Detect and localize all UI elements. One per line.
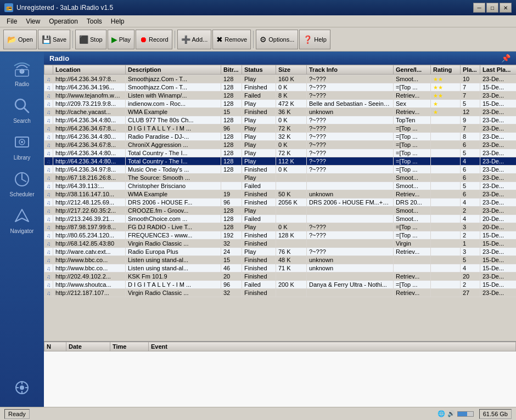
table-row[interactable]: ♫ http://67.18.216.26:8... The Source: S… (44, 174, 517, 182)
remove-button[interactable]: ✖ Remove (212, 30, 251, 49)
col-plays[interactable]: Pla... (461, 65, 480, 75)
table-row[interactable]: ♫ http://www.bbc.co... Listen using stan… (44, 264, 517, 273)
minimize-button[interactable]: ─ (473, 3, 485, 13)
menu-tools[interactable]: Tools (82, 16, 106, 26)
table-row[interactable]: ♫ http://68.142.85.43:80 Virgin Radio Cl… (44, 240, 517, 248)
maximize-button[interactable]: □ (486, 3, 498, 13)
row-description: Radio Europa Plus (126, 248, 221, 256)
table-row[interactable]: ♫ http://64.236.34.67:8... ChroniX Aggre… (44, 141, 517, 149)
col-trackinfo[interactable]: Track Info (307, 65, 394, 75)
row-track: ?~??? (307, 75, 394, 83)
row-bitrate: 20 (221, 273, 242, 281)
close-button[interactable]: ✕ (500, 3, 512, 13)
table-row[interactable]: ♫ http://217.22.60.35:2... CROOZE.fm - G… (44, 207, 517, 215)
col-location[interactable]: Location (53, 65, 126, 75)
music-note-icon: ♫ (47, 191, 51, 197)
table-row[interactable]: ♫ http://212.187.107... Virgin Radio Cla… (44, 289, 517, 297)
sidebar-item-radio[interactable]: Radio (2, 56, 42, 90)
sidebar-item-scheduler[interactable]: Scheduler (2, 166, 42, 201)
table-row[interactable]: ♫ http://cache.yacast... WMA Example 15 … (44, 108, 517, 116)
record-button[interactable]: ⏺ Record (136, 30, 172, 49)
save-button[interactable]: 💾 Save (38, 30, 70, 49)
table-row[interactable]: ♫ http://64.39.113:... Christopher Brisc… (44, 182, 517, 190)
row-track: Belle and Sebastian - Seeing ... (307, 100, 394, 108)
options-button[interactable]: ⚙ Options... (256, 30, 298, 49)
table-row[interactable]: ♫ http://212.48.125.69... DRS 2006 - HOU… (44, 198, 517, 207)
table-scroll-area[interactable]: ♫ http://64.236.34.97:8... Smoothjazz.Co… (44, 75, 516, 341)
table-row[interactable]: ♫ http://www.tejanofm.wav... Listen with… (44, 92, 517, 100)
row-lastplay: 23-De... (480, 174, 517, 182)
col-genre[interactable]: Genre/I... (394, 65, 431, 75)
row-description: DRS 2006 - HOUSE F... (126, 198, 221, 207)
col-size[interactable]: Size (276, 65, 307, 75)
table-row[interactable]: ♫ http://www.bbc.co... Listen using stan… (44, 256, 517, 264)
row-track: ?~??? (307, 157, 394, 166)
open-button[interactable]: 📂 Open (3, 30, 37, 49)
table-row[interactable]: ♫ http://ware.catv.ext... Radio Europa P… (44, 248, 517, 256)
svg-point-6 (21, 141, 23, 143)
row-icon: ♫ (44, 141, 53, 149)
row-lastplay: 23-De... (480, 133, 517, 141)
row-plays: 27 (461, 289, 480, 297)
col-bitrate[interactable]: Bitr... (221, 65, 242, 75)
row-lastplay: 15-De... (480, 240, 517, 248)
help-button[interactable]: ❓ Help (299, 30, 330, 49)
menu-help[interactable]: Help (106, 16, 129, 26)
row-icon: ♫ (44, 166, 53, 174)
panel-pin[interactable]: 📌 (501, 54, 511, 63)
menu-view[interactable]: View (21, 16, 44, 26)
row-icon: ♫ (44, 281, 53, 289)
table-row[interactable]: ♫ http://202.49.102.2... KSK Fm 101.9 20… (44, 273, 517, 281)
table-row[interactable]: ♫ http://38.116.147.10... WMA Example 19… (44, 190, 517, 198)
row-location: http://ware.catv.ext... (53, 248, 126, 256)
row-icon: ♫ (44, 108, 53, 116)
row-genre: Sex (394, 100, 431, 108)
table-row[interactable]: ♫ http://213.246.39.21... SmoothChoice.c… (44, 215, 517, 223)
row-location: http://64.236.34.4:80... (53, 133, 126, 141)
menu-file[interactable]: File (2, 16, 21, 26)
table-row[interactable]: ♫ http://80.65.234.120... FREQUENCE3 - w… (44, 231, 517, 240)
stop-button[interactable]: ⬛ Stop (75, 30, 106, 49)
sidebar-item-search[interactable]: Search (2, 93, 42, 127)
row-size: 48 K (276, 256, 307, 264)
sidebar-item-library[interactable]: Library (2, 129, 42, 164)
col-description[interactable]: Description (126, 65, 221, 75)
status-ready: Ready (4, 409, 30, 419)
table-row[interactable]: ♫ http://64.236.34.196... Smoothjazz.Com… (44, 83, 517, 92)
sidebar-item-navigator[interactable]: Navigator (2, 203, 42, 237)
sidebar-search-label: Search (13, 118, 31, 124)
log-col-event: Event (149, 342, 516, 351)
table-row[interactable]: ♫ http://64.236.34.4:80... Total Country… (44, 149, 517, 157)
row-track: unknown (307, 190, 394, 198)
title-bar-controls[interactable]: ─ □ ✕ (473, 3, 512, 13)
table-row[interactable]: ♫ http://64.236.34.4:80... Total Country… (44, 157, 517, 166)
music-note-icon: ♫ (47, 150, 51, 156)
col-rating[interactable]: Rating (431, 65, 461, 75)
table-row[interactable]: ♫ http://64.236.34.4:80... CLUB 977 The … (44, 116, 517, 124)
table-row[interactable]: ♫ http://64.236.34.4:80... Radio Paradis… (44, 133, 517, 141)
save-icon: 💾 (42, 35, 51, 44)
table-row[interactable]: ♫ http://64.236.34.97:8... Music One - T… (44, 166, 517, 174)
row-bitrate (221, 174, 242, 182)
table-row[interactable]: ♫ http://www.shoutca... D I G I T A L L … (44, 281, 517, 289)
table-row[interactable]: ♫ http://87.98.197.99:8... FG DJ RADIO -… (44, 223, 517, 231)
col-status[interactable]: Status (242, 65, 276, 75)
row-genre: Retriev... (394, 289, 431, 297)
sidebar-bottom-icon (10, 376, 34, 402)
row-status: Play (242, 223, 276, 231)
star-icon: ★ (438, 84, 443, 90)
stop-label: Stop (90, 36, 103, 43)
table-row[interactable]: ♫ http://64.236.34.67:8... D I G I T A L… (44, 124, 517, 133)
row-plays: 12 (461, 108, 480, 116)
play-button[interactable]: ▶ Play (108, 30, 134, 49)
star-icon: ★ (433, 101, 438, 107)
table-row[interactable]: ♫ http://64.236.34.97:8... Smoothjazz.Co… (44, 75, 517, 83)
add-button[interactable]: ➕ Add... (177, 30, 212, 49)
table-row[interactable]: ♫ http://209.73.219.9:8... indienow.com … (44, 100, 517, 108)
music-note-icon: ♫ (47, 109, 51, 115)
menu-operation[interactable]: Operation (44, 16, 82, 26)
col-lastplay[interactable]: Last Pla... (480, 65, 517, 75)
row-bitrate: 128 (221, 92, 242, 100)
row-status: Failed (242, 215, 276, 223)
row-rating (431, 231, 461, 240)
